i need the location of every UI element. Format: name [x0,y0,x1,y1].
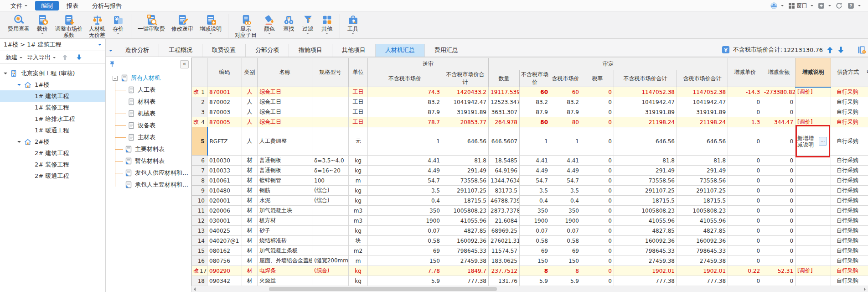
cell-t2[interactable]: 18715.5 [614,196,677,206]
cell-code[interactable]: 010030 [207,156,242,166]
cell-qty[interactable]: 64.9196 [489,166,520,176]
cell-qty[interactable]: 11574.57 [489,246,520,256]
cell-supply[interactable]: 自行采购 [831,246,865,256]
cell-unit[interactable]: kg [349,276,368,286]
cell-t2t[interactable]: 1005808.23 [677,206,728,216]
cell-tax[interactable]: 0 [581,176,614,186]
sidebar-item-北京案例工程 (审核)[interactable]: 北京案例工程 (审核) [0,68,105,79]
pin-icon[interactable] [108,60,116,68]
cell-p2[interactable]: 69 [520,246,550,256]
table-row[interactable]: 3870003人综合工日工日87.9319191.893631.30787.98… [192,107,868,117]
cell-cat[interactable]: 人 [242,127,258,156]
cell-note[interactable] [796,186,831,196]
cell-t2t[interactable]: 646.56 [677,127,728,156]
cell-tax[interactable]: 0 [581,117,614,127]
cell-unit[interactable]: m3 [349,216,368,226]
menu-item[interactable]: 报表 [61,1,84,10]
column-header-da[interactable]: 增减金额 [762,58,796,87]
cell-supply[interactable]: 自行采购 [831,256,865,266]
cell-t2t[interactable]: 160092.36 [677,236,728,246]
table-row[interactable]: 改1870001人综合工日工日74.31420433.219117.539760… [192,87,868,97]
toolbar-button-9[interactable]: 显示对应子目 [232,13,260,42]
cell-note[interactable] [796,206,831,216]
cell-qty[interactable]: 46788.7392 [489,196,520,206]
cell-t1[interactable]: 646.56 [442,127,489,156]
cell-unit[interactable]: 工日 [349,107,368,117]
cell-t1[interactable]: 27459.38 [442,256,489,266]
cell-p2[interactable]: 1900 [520,216,550,226]
cell-t1[interactable]: 81.8 [442,156,489,166]
cell-note[interactable] [796,156,831,166]
cell-name[interactable]: 火烧丝 [258,276,312,286]
cell-cat[interactable]: 人 [242,107,258,117]
cell-dp[interactable]: 0 [728,196,762,206]
row-marker[interactable]: 16 [192,256,207,266]
cell-p2[interactable]: 4.49 [520,166,550,176]
cell-da[interactable]: 0 [762,166,796,176]
cell-t2t[interactable]: 319191.89 [677,107,728,117]
cell-note[interactable] [796,276,831,286]
cell-qty[interactable]: 68969.25 [489,226,520,236]
tab-人材机汇总[interactable]: 人材机汇总 [376,44,425,57]
cell-spec[interactable] [312,216,349,226]
column-header-code[interactable]: 编码 [207,58,242,87]
cell-supply[interactable]: 自行采购 [831,97,865,107]
cell-da[interactable]: 344.47 [762,117,796,127]
cell-note[interactable]: 新增增减说明⋯ [796,127,831,156]
cell-p2[interactable]: 0.58 [520,236,550,246]
cell-p2[interactable]: 0.4 [520,196,550,206]
cell-tax[interactable]: 0 [581,246,614,256]
cell-spec[interactable] [312,206,349,216]
cell-note[interactable] [796,256,831,266]
cell-spec[interactable] [312,97,349,107]
category-item-人工表[interactable]: 人工表 [106,84,191,96]
cell-note[interactable] [796,236,831,246]
cell-spec[interactable] [312,226,349,236]
toolbar-button-13[interactable]: 其他 [317,13,336,36]
cell-qty[interactable]: 83173.5 [489,186,520,196]
cell-p2t[interactable]: 0.4 [550,196,581,206]
cell-supply[interactable]: 自行采购 [831,266,865,276]
cell-unit[interactable]: kg [349,166,368,176]
sidebar-item-1#楼[interactable]: 1#楼 [0,79,105,90]
cell-name[interactable]: 板方材 [258,216,312,226]
cell-supply[interactable]: 自行采购 [831,87,865,97]
note-editor[interactable]: 新增增减说明⋯ [797,127,829,155]
cell-p1[interactable]: 69 [368,246,442,256]
move-down-icon[interactable] [72,54,86,61]
table-row[interactable]: 2870002人综合工日工日83.21041942.4712523.34783.… [192,97,868,107]
table-row[interactable]: 7010033材普通钢板δ=16~20kg4.49291.4964.91964.… [192,166,868,176]
toolbar-button-4[interactable]: 人材机无价差 [86,13,108,39]
cell-t2[interactable]: 291.49 [614,166,677,176]
cell-p2t[interactable]: 8 [550,266,581,276]
cell-p2[interactable]: 83.2 [520,97,550,107]
cell-note[interactable] [796,107,831,117]
menu-item[interactable]: 编制 [35,1,59,10]
toolbar-button-1[interactable]: ¥费用查看 [5,13,33,32]
row-marker[interactable]: 12 [192,216,207,226]
table-row[interactable]: 改4870005人综合工日工日78.720853.77264.978808002… [192,117,868,127]
cell-code[interactable]: 020001 [207,196,242,206]
cell-extra[interactable] [865,87,868,97]
cell-cat[interactable]: 材 [242,276,258,286]
cell-t1[interactable]: 1041942.47 [442,97,489,107]
cell-tax[interactable]: 0 [581,166,614,176]
row-marker[interactable]: 11 [192,206,207,216]
tab-工程概况[interactable]: 工程概况 [159,44,202,57]
cell-name[interactable]: 镀锌钢管 [258,176,312,186]
cell-t2[interactable]: 1005808.23 [614,206,677,216]
column-header-supply[interactable]: 供货方式 [831,58,865,87]
cell-note[interactable]: [调价] [796,87,831,97]
column-header-tax[interactable]: 税率 [581,70,614,87]
cell-p1[interactable]: 78.7 [368,117,442,127]
cell-spec[interactable] [312,87,349,97]
cell-qty[interactable]: 2873.7378 [489,206,520,216]
cell-tax[interactable]: 0 [581,276,614,286]
cell-supply[interactable]: 自行采购 [831,186,865,196]
cell-p2[interactable]: 5.9 [520,276,550,286]
sidebar-item-1# 给排水工程[interactable]: 1# 给排水工程 [0,113,105,125]
cell-p2t[interactable]: 1 [550,127,581,156]
toolbar-button-5[interactable]: ¥存价 [108,13,128,36]
cell-p2[interactable]: 0.07 [520,226,550,236]
cell-qty[interactable]: 131.76 [489,276,520,286]
